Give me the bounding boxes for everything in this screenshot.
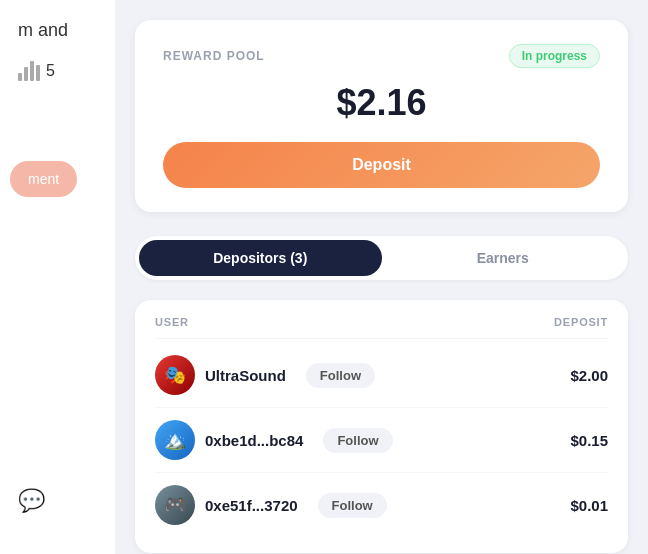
reward-header: REWARD POOL In progress xyxy=(163,44,600,68)
chart-area: 5 xyxy=(10,61,55,81)
follow-button-1[interactable]: Follow xyxy=(323,428,392,453)
avatar: 🏔️ xyxy=(155,420,195,460)
deposit-value-2: $0.01 xyxy=(570,497,608,514)
reward-amount: $2.16 xyxy=(163,82,600,124)
chart-number: 5 xyxy=(46,62,55,80)
chat-icon: 💬 xyxy=(18,488,45,513)
avatar-emoji: 🎭 xyxy=(164,364,186,386)
in-progress-badge: In progress xyxy=(509,44,600,68)
tab-depositors[interactable]: Depositors (3) xyxy=(139,240,382,276)
deposit-button[interactable]: Deposit xyxy=(163,142,600,188)
tab-earners[interactable]: Earners xyxy=(382,240,625,276)
follow-button-0[interactable]: Follow xyxy=(306,363,375,388)
user-info: 🎭 UltraSound Follow xyxy=(155,355,375,395)
follow-button-2[interactable]: Follow xyxy=(318,493,387,518)
avatar: 🎭 xyxy=(155,355,195,395)
table-header: USER DEPOSIT xyxy=(155,316,608,339)
payment-button[interactable]: ment xyxy=(10,161,77,197)
avatar-emoji: 🏔️ xyxy=(164,429,186,451)
bar-chart-icon xyxy=(18,61,40,81)
col-deposit-header: DEPOSIT xyxy=(554,316,608,328)
main-content: REWARD POOL In progress $2.16 Deposit De… xyxy=(115,0,648,554)
reward-card: REWARD POOL In progress $2.16 Deposit xyxy=(135,20,628,212)
col-user-header: USER xyxy=(155,316,189,328)
left-panel: m and 5 ment 💬 xyxy=(0,0,115,554)
user-info: 🎮 0xe51f...3720 Follow xyxy=(155,485,387,525)
deposit-value-1: $0.15 xyxy=(570,432,608,449)
table-row: 🎮 0xe51f...3720 Follow $0.01 xyxy=(155,473,608,537)
tabs-row: Depositors (3) Earners xyxy=(135,236,628,280)
reward-pool-label: REWARD POOL xyxy=(163,49,265,63)
avatar-emoji: 🎮 xyxy=(164,494,186,516)
table-row: 🎭 UltraSound Follow $2.00 xyxy=(155,343,608,408)
left-panel-text: m and xyxy=(10,20,68,41)
table-section: USER DEPOSIT 🎭 UltraSound Follow $2.00 🏔… xyxy=(135,300,628,553)
username: UltraSound xyxy=(205,367,286,384)
deposit-value-0: $2.00 xyxy=(570,367,608,384)
username: 0xbe1d...bc84 xyxy=(205,432,303,449)
username: 0xe51f...3720 xyxy=(205,497,298,514)
table-row: 🏔️ 0xbe1d...bc84 Follow $0.15 xyxy=(155,408,608,473)
avatar: 🎮 xyxy=(155,485,195,525)
user-info: 🏔️ 0xbe1d...bc84 Follow xyxy=(155,420,393,460)
